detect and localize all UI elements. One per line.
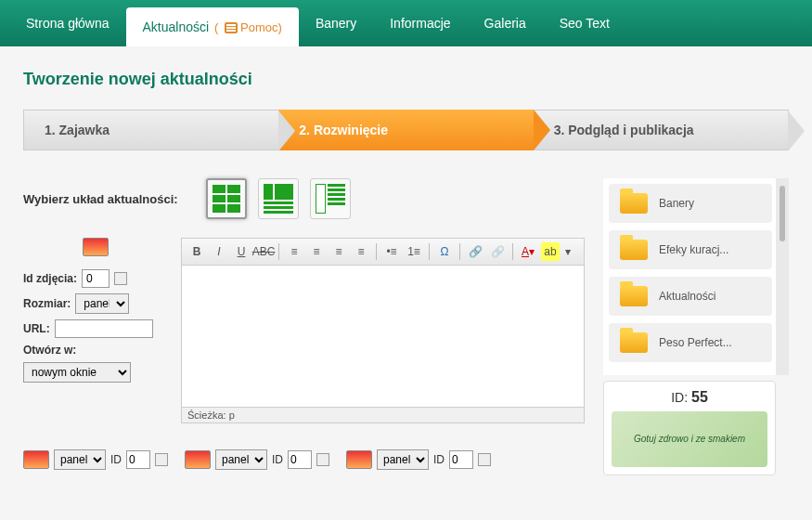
highlight-button[interactable]: ab <box>541 242 560 261</box>
size-label: Rozmiar: <box>23 297 71 310</box>
unit2-checkbox[interactable] <box>316 453 329 466</box>
unit1-size-select[interactable]: panel <box>54 449 106 470</box>
nav-help-link[interactable]: ( Pomoc) <box>214 20 282 34</box>
open-target-select[interactable]: nowym oknie <box>23 362 131 383</box>
editor-path: Ścieżka: p <box>182 407 584 422</box>
size-select[interactable]: panel <box>75 293 129 314</box>
nav-banners[interactable]: Banery <box>299 0 373 46</box>
layout-option-2[interactable] <box>258 178 299 219</box>
help-icon <box>225 22 238 33</box>
image-unit-3: panel ID <box>346 449 491 470</box>
unlink-button[interactable]: 🔗 <box>488 242 507 261</box>
number-list-button[interactable]: 1≡ <box>405 242 423 261</box>
nav-info[interactable]: Informacje <box>373 0 467 46</box>
folder-efekty[interactable]: Efeky kuracj... <box>609 230 772 269</box>
underline-button[interactable]: U <box>232 242 251 261</box>
folder-banery[interactable]: Banery <box>609 184 772 223</box>
top-nav: Strona główna Aktualności ( Pomoc) Baner… <box>0 0 812 46</box>
folder-label: Banery <box>659 197 694 210</box>
unit2-thumbnail[interactable] <box>185 450 211 469</box>
wizard-step-2[interactable]: 2. Rozwinięcie <box>278 110 533 150</box>
unit1-thumbnail[interactable] <box>23 450 49 469</box>
folder-aktualnosci[interactable]: Aktualności <box>609 277 772 316</box>
nav-gallery[interactable]: Galeria <box>468 0 543 46</box>
nav-home[interactable]: Strona główna <box>9 0 126 46</box>
image-unit-1: panel ID <box>23 449 168 470</box>
folder-icon <box>620 332 648 353</box>
bullet-list-button[interactable]: •≡ <box>382 242 401 261</box>
align-left-button[interactable]: ≡ <box>285 242 303 261</box>
id-label: Id zdjęcia: <box>23 272 77 285</box>
rich-text-editor: B I U ABC ≡ ≡ ≡ ≡ •≡ 1≡ Ω <box>181 238 585 423</box>
unit1-id-label: ID <box>110 453 122 466</box>
wizard-step-3[interactable]: 3. Podgląd i publikacja <box>534 110 789 150</box>
nav-seo[interactable]: Seo Text <box>543 0 626 46</box>
omega-button[interactable]: Ω <box>435 242 454 261</box>
align-justify-button[interactable]: ≡ <box>352 242 370 261</box>
image-thumbnail[interactable] <box>83 238 109 256</box>
image-properties: Id zdjęcia: Rozmiar: panel URL: Otwórz w… <box>23 238 167 423</box>
url-input[interactable] <box>55 319 153 338</box>
help-label: Pomoc <box>240 20 277 34</box>
page-title: Tworzenie nowej aktualności <box>23 70 789 89</box>
image-id-input[interactable] <box>82 269 110 288</box>
nav-news[interactable]: Aktualności ( Pomoc) <box>126 7 299 46</box>
unit3-thumbnail[interactable] <box>346 450 372 469</box>
folder-label: Aktualności <box>659 290 715 303</box>
unit3-checkbox[interactable] <box>478 453 491 466</box>
layout-label: Wybierz układ aktualności: <box>23 192 178 206</box>
folder-list: Banery Efeky kuracj... Aktualności Peso … <box>603 178 789 375</box>
strike-button[interactable]: ABC <box>254 242 273 261</box>
folder-label: Peso Perfect... <box>659 336 732 349</box>
folder-icon <box>620 240 648 260</box>
asset-id-label: ID: <box>671 390 688 405</box>
asset-image: Gotuj zdrowo i ze smakiem <box>612 411 767 467</box>
layout-option-3[interactable] <box>310 178 351 219</box>
layout-option-1[interactable] <box>206 178 247 219</box>
nav-news-label: Aktualności <box>143 20 210 34</box>
unit3-size-select[interactable]: panel <box>377 449 429 470</box>
folder-label: Efeky kuracj... <box>659 243 728 256</box>
image-unit-2: panel ID <box>185 449 329 470</box>
unit2-id-input[interactable] <box>288 450 312 469</box>
asset-browser: Banery Efeky kuracj... Aktualności Peso … <box>603 178 789 479</box>
unit3-id-label: ID <box>433 453 445 466</box>
unit2-size-select[interactable]: panel <box>215 449 267 470</box>
align-right-button[interactable]: ≡ <box>329 242 348 261</box>
asset-id-value: 55 <box>691 389 708 405</box>
highlight-dropdown[interactable]: ▾ <box>563 242 573 261</box>
italic-button[interactable]: I <box>210 242 228 261</box>
wizard: 1. Zajawka 2. Rozwinięcie 3. Podgląd i p… <box>23 110 789 150</box>
editor-toolbar: B I U ABC ≡ ≡ ≡ ≡ •≡ 1≡ Ω <box>182 239 584 266</box>
folder-icon <box>620 286 648 306</box>
unit3-id-input[interactable] <box>449 450 473 469</box>
unit1-id-input[interactable] <box>126 450 150 469</box>
asset-id: ID: 55 <box>612 389 767 406</box>
asset-card[interactable]: ID: 55 Gotuj zdrowo i ze smakiem <box>603 381 776 475</box>
unit1-checkbox[interactable] <box>155 453 168 466</box>
align-center-button[interactable]: ≡ <box>307 242 326 261</box>
folder-icon <box>620 193 648 214</box>
unit2-id-label: ID <box>272 453 283 466</box>
bold-button[interactable]: B <box>187 242 206 261</box>
id-checkbox[interactable] <box>114 272 127 285</box>
layout-options <box>206 178 351 219</box>
folder-peso[interactable]: Peso Perfect... <box>609 323 772 362</box>
wizard-step-1[interactable]: 1. Zajawka <box>23 110 278 150</box>
text-color-button[interactable]: A▾ <box>519 242 537 261</box>
link-button[interactable]: 🔗 <box>466 242 484 261</box>
bottom-image-units: panel ID panel ID panel ID <box>23 449 585 479</box>
editor-body[interactable] <box>182 266 584 407</box>
open-label: Otwórz w: <box>23 344 76 357</box>
url-label: URL: <box>23 322 50 335</box>
